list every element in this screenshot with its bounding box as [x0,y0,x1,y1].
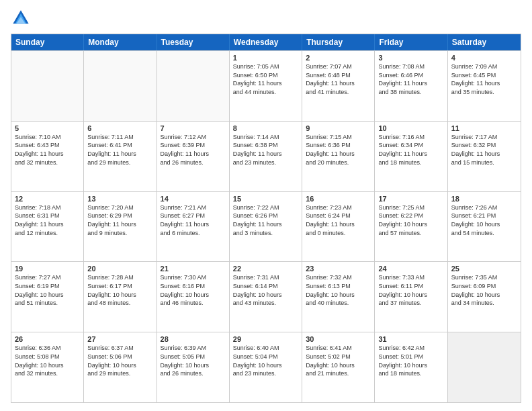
calendar-row-4: 26Sunrise: 6:36 AMSunset: 5:08 PMDayligh… [11,332,521,402]
cell-info-line: and 35 minutes. [451,89,517,97]
header-day-saturday: Saturday [448,34,521,50]
header-day-wednesday: Wednesday [230,34,302,50]
day-number: 29 [233,335,298,343]
cell-info-line: Sunrise: 7:22 AM [233,204,298,212]
day-number: 23 [306,265,371,273]
cell-info-line: Sunset: 6:31 PM [15,212,80,220]
day-number: 9 [306,124,371,132]
calendar-cell: 7Sunrise: 7:12 AMSunset: 6:39 PMDaylight… [157,122,230,191]
calendar-cell: 1Sunrise: 7:05 AMSunset: 6:50 PMDaylight… [230,51,302,121]
day-number: 10 [378,124,443,132]
calendar-cell [448,332,521,402]
cell-info-line: Sunset: 6:39 PM [161,142,226,150]
cell-info-line: Sunrise: 7:20 AM [87,204,152,212]
cell-info-line: Daylight: 11 hours [233,150,298,158]
calendar-cell: 20Sunrise: 7:28 AMSunset: 6:17 PMDayligh… [84,262,157,332]
cell-info-line: Sunrise: 7:30 AM [161,274,226,282]
cell-info-line: Sunrise: 7:32 AM [306,274,371,282]
cell-info-line: Sunset: 6:22 PM [378,212,443,220]
day-number: 19 [15,265,80,273]
cell-info-line: and 26 minutes. [161,370,226,378]
day-number: 12 [15,195,80,203]
calendar-cell: 19Sunrise: 7:27 AMSunset: 6:19 PMDayligh… [11,262,84,332]
cell-info-line: Sunrise: 7:33 AM [378,274,443,282]
calendar-cell [157,51,230,121]
cell-info-line: and 6 minutes. [161,230,226,238]
calendar-cell: 31Sunrise: 6:42 AMSunset: 5:01 PMDayligh… [375,332,447,402]
cell-info-line: Daylight: 11 hours [87,221,152,229]
day-number: 1 [233,54,298,62]
cell-info-line: and 37 minutes. [378,300,443,308]
cell-info-line: Daylight: 10 hours [87,362,152,370]
day-number: 18 [451,195,517,203]
calendar-row-0: 1Sunrise: 7:05 AMSunset: 6:50 PMDaylight… [11,50,521,121]
cell-info-line: Sunrise: 6:36 AM [15,345,80,353]
day-number: 20 [87,265,152,273]
calendar-cell: 16Sunrise: 7:23 AMSunset: 6:24 PMDayligh… [302,192,375,262]
calendar-cell: 14Sunrise: 7:21 AMSunset: 6:27 PMDayligh… [157,192,230,262]
cell-info-line: and 46 minutes. [161,300,226,308]
day-number: 8 [233,124,298,132]
calendar-cell: 27Sunrise: 6:37 AMSunset: 5:06 PMDayligh… [84,332,157,402]
cell-info-line: Sunset: 6:41 PM [87,142,152,150]
cell-info-line: Sunset: 6:16 PM [161,283,226,291]
calendar-cell: 17Sunrise: 7:25 AMSunset: 6:22 PMDayligh… [375,192,447,262]
cell-info-line: Sunrise: 7:25 AM [378,204,443,212]
cell-info-line: Sunrise: 7:26 AM [451,204,517,212]
cell-info-line: Sunrise: 7:23 AM [306,204,371,212]
cell-info-line: Sunrise: 7:09 AM [451,63,517,71]
cell-info-line: Sunrise: 7:08 AM [378,63,443,71]
cell-info-line: Daylight: 10 hours [378,291,443,300]
cell-info-line: and 32 minutes. [15,159,80,167]
cell-info-line: Sunrise: 7:10 AM [15,134,80,142]
day-number: 17 [378,195,443,203]
cell-info-line: and 29 minutes. [87,370,152,378]
day-number: 26 [15,335,80,343]
header-day-monday: Monday [84,34,157,50]
cell-info-line: and 15 minutes. [451,159,517,167]
cell-info-line: and 43 minutes. [233,300,298,308]
cell-info-line: and 40 minutes. [306,300,371,308]
cell-info-line: Sunset: 6:43 PM [15,142,80,150]
day-number: 28 [161,335,226,343]
day-number: 5 [15,124,80,132]
cell-info-line: Sunset: 6:09 PM [451,283,517,291]
cell-info-line: Sunset: 6:26 PM [233,212,298,220]
cell-info-line: Daylight: 10 hours [15,291,80,300]
cell-info-line: Sunset: 6:27 PM [161,212,226,220]
cell-info-line: and 12 minutes. [15,230,80,238]
cell-info-line: and 54 minutes. [451,230,517,238]
cell-info-line: and 18 minutes. [378,159,443,167]
calendar-body: 1Sunrise: 7:05 AMSunset: 6:50 PMDaylight… [11,50,521,402]
calendar-cell: 18Sunrise: 7:26 AMSunset: 6:21 PMDayligh… [448,192,521,262]
calendar-cell: 29Sunrise: 6:40 AMSunset: 5:04 PMDayligh… [230,332,302,402]
calendar-cell: 12Sunrise: 7:18 AMSunset: 6:31 PMDayligh… [11,192,84,262]
calendar-row-2: 12Sunrise: 7:18 AMSunset: 6:31 PMDayligh… [11,191,521,262]
logo [11,8,34,28]
day-number: 24 [378,265,443,273]
header-day-tuesday: Tuesday [157,34,230,50]
cell-info-line: Sunset: 6:50 PM [233,72,298,80]
cell-info-line: Sunrise: 7:12 AM [161,134,226,142]
calendar-cell: 23Sunrise: 7:32 AMSunset: 6:13 PMDayligh… [302,262,375,332]
cell-info-line: and 57 minutes. [378,230,443,238]
cell-info-line: Sunrise: 7:16 AM [378,134,443,142]
cell-info-line: Daylight: 11 hours [15,150,80,158]
cell-info-line: and 29 minutes. [87,159,152,167]
calendar-cell: 15Sunrise: 7:22 AMSunset: 6:26 PMDayligh… [230,192,302,262]
day-number: 2 [306,54,371,62]
cell-info-line: and 3 minutes. [233,230,298,238]
cell-info-line: Sunset: 6:32 PM [451,142,517,150]
cell-info-line: and 20 minutes. [306,159,371,167]
cell-info-line: Sunset: 6:29 PM [87,212,152,220]
cell-info-line: Sunset: 6:13 PM [306,283,371,291]
cell-info-line: Daylight: 10 hours [15,362,80,370]
cell-info-line: Sunset: 5:08 PM [15,353,80,361]
calendar-cell: 30Sunrise: 6:41 AMSunset: 5:02 PMDayligh… [302,332,375,402]
cell-info-line: Sunset: 6:38 PM [233,142,298,150]
cell-info-line: Sunrise: 7:21 AM [161,204,226,212]
calendar-cell: 4Sunrise: 7:09 AMSunset: 6:45 PMDaylight… [448,51,521,121]
cell-info-line: Sunset: 6:46 PM [378,72,443,80]
cell-info-line: Daylight: 11 hours [306,150,371,158]
cell-info-line: Sunset: 6:19 PM [15,283,80,291]
